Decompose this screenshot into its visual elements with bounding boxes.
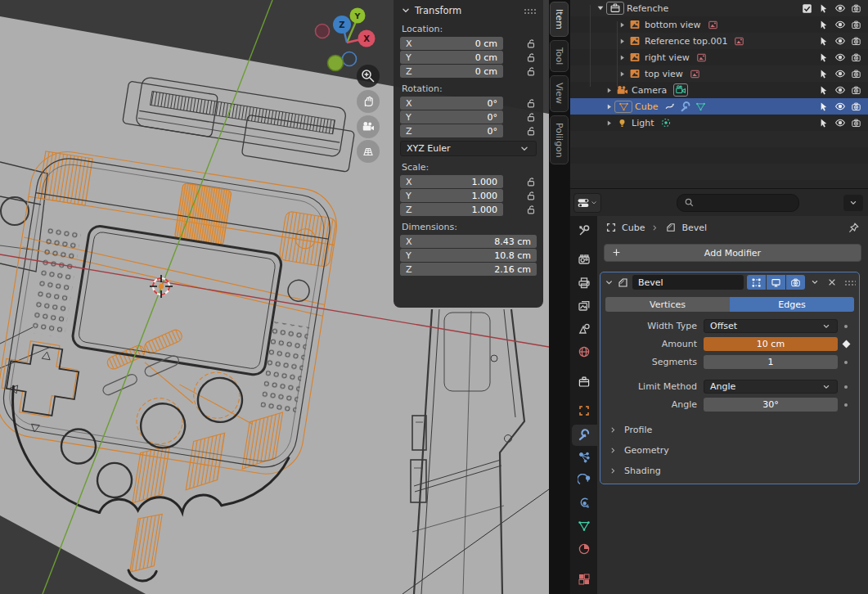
outliner-row-image[interactable]: Reference top.001	[570, 33, 868, 49]
pan-button[interactable]	[357, 90, 380, 113]
selectable-icon[interactable]	[816, 118, 830, 128]
animate-decorator[interactable]	[838, 325, 854, 328]
rotation-x-field[interactable]: X0°	[400, 97, 503, 110]
tab-texture[interactable]	[578, 573, 591, 586]
location-z-field[interactable]: Z0 cm	[400, 65, 503, 78]
add-modifier-button[interactable]: Add Modifier	[604, 244, 861, 262]
close-icon[interactable]	[825, 277, 839, 287]
tab-output[interactable]	[578, 277, 591, 290]
collapse-chevron-icon[interactable]	[400, 5, 412, 16]
shading-section-collapsed[interactable]: Shading	[600, 461, 859, 480]
selectable-icon[interactable]	[816, 101, 830, 112]
rotation-y-field[interactable]: Y0°	[400, 110, 503, 124]
selectable-icon[interactable]	[816, 20, 830, 30]
selectable-icon[interactable]	[816, 3, 830, 14]
collapse-chevron-icon[interactable]	[604, 277, 614, 288]
tab-view[interactable]: View	[550, 75, 569, 111]
geometry-section-collapsed[interactable]: Geometry	[600, 440, 859, 460]
eye-icon[interactable]	[833, 101, 847, 112]
lock-icon[interactable]	[525, 125, 537, 137]
render-visibility-icon[interactable]	[849, 20, 863, 30]
zoom-button[interactable]	[357, 65, 380, 88]
rotation-mode-dropdown[interactable]: XYZ Euler	[400, 141, 537, 156]
edit-mode-display-toggle[interactable]	[747, 275, 766, 290]
editor-type-button[interactable]	[573, 193, 601, 213]
tab-object-constraints[interactable]	[578, 497, 591, 510]
gizmo-neg-y-ball[interactable]	[328, 56, 344, 71]
animate-decorator[interactable]	[838, 385, 854, 389]
location-y-field[interactable]: Y0 cm	[400, 51, 503, 64]
outliner-row-collection[interactable]: Refenche	[570, 0, 868, 16]
width-type-dropdown[interactable]: Offset	[704, 319, 838, 333]
tab-tool-settings[interactable]	[578, 224, 591, 237]
amount-slider[interactable]: 10 cm	[704, 337, 838, 351]
render-visibility-icon[interactable]	[849, 3, 863, 14]
modifier-name-field[interactable]: Bevel	[632, 275, 744, 290]
render-visibility-icon[interactable]	[849, 101, 863, 112]
gizmo-x-ball[interactable]: X	[358, 30, 376, 47]
tab-poliigon[interactable]: Poliigon	[550, 115, 569, 165]
eye-icon[interactable]	[833, 2, 847, 14]
tab-world[interactable]	[578, 345, 591, 358]
selectable-icon[interactable]	[816, 85, 830, 96]
dimensions-z-field[interactable]: Z2.16 cm	[400, 263, 537, 276]
outliner-row-light[interactable]: Light	[570, 115, 868, 131]
modifier-drag-handle[interactable]	[844, 280, 856, 286]
gizmo-neg-x-ball[interactable]	[316, 25, 330, 38]
properties-search[interactable]	[677, 194, 799, 212]
limit-method-dropdown[interactable]: Angle	[704, 380, 838, 394]
render-visibility-icon[interactable]	[849, 118, 863, 128]
scale-z-field[interactable]: Z1.000	[400, 203, 503, 216]
tab-tool[interactable]: Tool	[550, 40, 569, 72]
disclosure-triangle-icon[interactable]	[616, 37, 627, 46]
projection-toggle-button[interactable]	[357, 140, 380, 163]
lock-icon[interactable]	[525, 111, 537, 123]
gizmo-y-ball[interactable]: Y	[350, 8, 366, 24]
profile-section-collapsed[interactable]: Profile	[600, 420, 859, 439]
collection-checkbox[interactable]	[800, 3, 814, 14]
tab-object[interactable]	[578, 404, 591, 417]
tab-render[interactable]	[578, 253, 591, 266]
rotation-z-field[interactable]: Z0°	[400, 124, 503, 137]
angle-slider[interactable]: 30°	[704, 398, 838, 412]
edges-option[interactable]: Edges	[730, 297, 854, 312]
disclosure-triangle-icon[interactable]	[616, 53, 627, 62]
eye-icon[interactable]	[833, 68, 847, 79]
modifier-extras-dropdown[interactable]	[807, 277, 822, 287]
gizmo-neg-z-ball[interactable]	[343, 52, 357, 66]
segments-slider[interactable]: 1	[704, 355, 838, 369]
render-visibility-icon[interactable]	[849, 69, 863, 79]
tab-item[interactable]: Item	[550, 2, 569, 37]
pin-icon[interactable]	[848, 222, 860, 234]
camera-view-button[interactable]	[357, 115, 380, 138]
render-visibility-icon[interactable]	[849, 36, 863, 47]
disclosure-triangle-icon[interactable]	[603, 86, 614, 95]
selectable-icon[interactable]	[816, 69, 830, 79]
eye-icon[interactable]	[833, 84, 847, 96]
dimensions-y-field[interactable]: Y10.8 cm	[400, 249, 537, 262]
gizmo-z-ball[interactable]: Z	[333, 16, 351, 34]
lock-icon[interactable]	[525, 204, 537, 215]
outliner-row-camera[interactable]: Camera	[570, 82, 868, 98]
scale-x-field[interactable]: X1.000	[400, 175, 503, 188]
lock-icon[interactable]	[525, 176, 537, 187]
eye-icon[interactable]	[833, 35, 847, 47]
outliner-row-image[interactable]: top view	[570, 65, 868, 82]
eye-icon[interactable]	[833, 19, 847, 30]
disclosure-triangle-icon[interactable]	[595, 3, 606, 13]
header-options-button[interactable]	[843, 195, 863, 211]
breadcrumb-modifier[interactable]: Bevel	[681, 223, 707, 233]
render-display-toggle[interactable]	[786, 275, 805, 290]
disclosure-triangle-icon[interactable]	[616, 20, 627, 29]
render-visibility-icon[interactable]	[849, 85, 863, 96]
lock-icon[interactable]	[525, 52, 537, 63]
tab-modifiers-active[interactable]	[578, 428, 591, 441]
search-input[interactable]	[699, 197, 776, 209]
disclosure-triangle-icon[interactable]	[616, 70, 627, 79]
tab-view-layer[interactable]	[578, 299, 591, 313]
keyframe-decorator[interactable]	[838, 341, 854, 347]
outliner-row-cube-selected[interactable]: Cube	[570, 98, 868, 115]
tab-physics[interactable]	[578, 474, 591, 487]
render-visibility-icon[interactable]	[849, 52, 863, 63]
eye-icon[interactable]	[833, 52, 847, 63]
